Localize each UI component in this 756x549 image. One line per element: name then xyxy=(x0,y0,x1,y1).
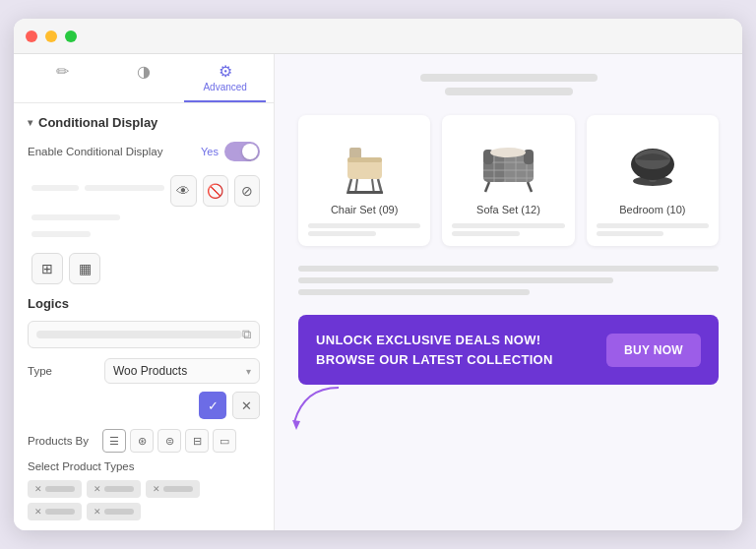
svg-point-20 xyxy=(490,148,526,157)
product-card-2: Sofa Set (12) xyxy=(442,115,574,246)
product-title-3: Bedroom (10) xyxy=(619,204,685,215)
tag-x-1[interactable]: ✕ xyxy=(34,484,42,494)
tag-label-5 xyxy=(104,509,134,515)
toggle-value: Yes xyxy=(201,146,219,157)
select-product-types-label: Select Product Types xyxy=(28,460,260,472)
promo-line-2: Browse Our Latest Collection xyxy=(316,350,553,370)
visibility-icon-row: 👁 🚫 ⊘ xyxy=(28,175,260,207)
type-value: Woo Products xyxy=(113,364,187,378)
toggle-row: Enable Conditional Display Yes xyxy=(28,142,260,161)
tag-item-4[interactable]: ✕ xyxy=(28,503,82,520)
buy-now-button[interactable]: Buy Now xyxy=(606,334,701,367)
footer-line-3 xyxy=(298,289,530,295)
svg-line-21 xyxy=(485,182,489,192)
tag-rows: ✕ ✕ ✕ ✕ xyxy=(28,480,260,520)
header-line-1 xyxy=(420,74,598,82)
placeholder-line-2 xyxy=(85,185,164,191)
product-title-1: Chair Set (09) xyxy=(331,204,398,215)
traffic-light-red[interactable] xyxy=(26,30,37,42)
bedroom-svg xyxy=(615,130,689,194)
logics-title: Logics xyxy=(28,296,260,311)
product-title-2: Sofa Set (12) xyxy=(476,204,540,215)
tag-item-5[interactable]: ✕ xyxy=(87,503,141,520)
confirm-button[interactable]: ✓ xyxy=(199,392,226,419)
tabs-bar: ✏ ◑ ⚙ Advanced xyxy=(14,54,274,103)
collapse-arrow[interactable]: ▾ xyxy=(28,117,32,128)
products-by-icons: ☰ ⊛ ⊜ ⊟ ▭ xyxy=(102,429,236,453)
product-lines-3 xyxy=(597,223,709,236)
tab-advanced[interactable]: ⚙ Advanced xyxy=(184,54,266,102)
traffic-light-green[interactable] xyxy=(65,30,77,42)
grid-icon-row: ⊞ ▦ xyxy=(28,253,260,284)
browser-content: ✏ ◑ ⚙ Advanced ▾ Conditional Display xyxy=(14,54,742,530)
arrow-pointer xyxy=(284,383,344,432)
eye-slash-icon-btn[interactable]: 🚫 xyxy=(203,175,228,207)
tag-label-2 xyxy=(104,486,134,492)
products-by-label: Products By xyxy=(28,435,96,447)
tag-item-1[interactable]: ✕ xyxy=(28,480,82,498)
toggle-switch[interactable] xyxy=(224,142,260,161)
tab-content[interactable]: ✏ xyxy=(22,54,103,102)
product-card-1: Chair Set (09) xyxy=(298,115,430,246)
svg-rect-2 xyxy=(347,157,382,162)
eye-icon-btn[interactable]: 👁 xyxy=(170,175,196,207)
copy-icon[interactable]: ⧉ xyxy=(242,327,251,342)
footer-line-1 xyxy=(298,266,719,272)
footer-lines xyxy=(298,266,719,295)
tag-label-4 xyxy=(45,509,75,515)
toggle-label: Enable Conditional Display xyxy=(28,146,162,157)
tree-icon[interactable]: ⊛ xyxy=(130,429,154,453)
product-grid: Chair Set (09) xyxy=(298,115,719,246)
logic-input-row[interactable]: ⧉ xyxy=(28,321,260,348)
browser-window: ✏ ◑ ⚙ Advanced ▾ Conditional Display xyxy=(14,19,742,530)
tag-x-2[interactable]: ✕ xyxy=(94,484,101,494)
tag-row-1: ✕ ✕ ✕ xyxy=(28,480,260,498)
product-image-2 xyxy=(469,127,547,196)
type-select[interactable]: Woo Products ▾ xyxy=(104,358,260,384)
no-icon-btn[interactable]: ⊘ xyxy=(234,175,260,207)
grey-line-2 xyxy=(32,231,91,237)
left-panel: ✏ ◑ ⚙ Advanced ▾ Conditional Display xyxy=(14,54,275,530)
monitor-icon[interactable]: ▭ xyxy=(213,429,236,453)
grid-icon-btn[interactable]: ⊞ xyxy=(32,253,63,284)
grey-line-1 xyxy=(32,214,120,220)
tab-advanced-label: Advanced xyxy=(203,82,246,92)
type-label: Type xyxy=(28,365,96,377)
cancel-button[interactable]: ✕ xyxy=(232,392,260,419)
products-by-row: Products By ☰ ⊛ ⊜ ⊟ ▭ xyxy=(28,429,260,453)
tag-item-2[interactable]: ✕ xyxy=(87,480,141,498)
placeholder-line-1 xyxy=(32,185,79,191)
action-row: ✓ ✕ xyxy=(28,392,260,419)
type-field-row: Type Woo Products ▾ xyxy=(28,358,260,384)
header-lines xyxy=(298,74,719,95)
table-icon[interactable]: ⊟ xyxy=(185,429,209,453)
promo-text: Unlock Exclusive Deals Now! Browse Our L… xyxy=(316,331,553,369)
tag-label-3 xyxy=(163,486,193,492)
chair-set-svg xyxy=(328,130,402,194)
product-image-3 xyxy=(613,127,692,196)
lines-group xyxy=(28,214,260,243)
toggle-wrapper[interactable]: Yes xyxy=(201,142,260,161)
tag-label-1 xyxy=(45,486,75,492)
product-lines-2 xyxy=(452,223,564,236)
tag-item-3[interactable]: ✕ xyxy=(146,480,200,498)
gear-icon: ⚙ xyxy=(219,64,232,80)
tag-x-5[interactable]: ✕ xyxy=(94,507,101,517)
hierarchy-icon[interactable]: ⊜ xyxy=(158,429,181,453)
tag-x-3[interactable]: ✕ xyxy=(153,484,160,494)
traffic-light-yellow[interactable] xyxy=(45,30,57,42)
list-view-icon[interactable]: ☰ xyxy=(102,429,126,453)
sofa-set-svg xyxy=(472,130,545,194)
tag-x-4[interactable]: ✕ xyxy=(34,507,42,517)
tag-row-2: ✕ ✕ xyxy=(28,503,260,520)
browser-bar xyxy=(14,19,742,54)
product-lines-1 xyxy=(308,223,420,236)
section-title: Conditional Display xyxy=(38,115,158,130)
tab-style[interactable]: ◑ xyxy=(103,54,185,102)
product-card-3: Bedroom (10) xyxy=(587,115,719,246)
select-arrow-icon: ▾ xyxy=(246,366,251,377)
promo-line-1: Unlock Exclusive Deals Now! xyxy=(316,331,553,350)
logic-input-placeholder xyxy=(36,331,242,338)
list-icon-btn[interactable]: ▦ xyxy=(69,253,100,284)
header-line-2 xyxy=(445,88,573,95)
